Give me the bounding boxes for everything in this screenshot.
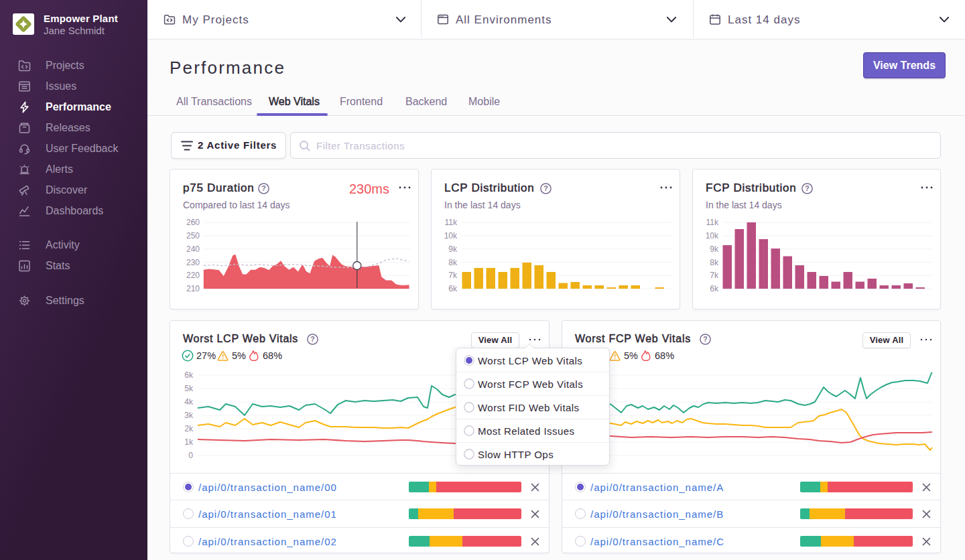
svg-text:7k: 7k xyxy=(710,271,719,280)
svg-text:2k: 2k xyxy=(184,424,194,433)
svg-text:10k: 10k xyxy=(706,231,719,240)
svg-text:10k: 10k xyxy=(444,231,458,240)
svg-text:8k: 8k xyxy=(448,258,458,267)
svg-text:0: 0 xyxy=(188,451,193,460)
svg-text:6k: 6k xyxy=(184,370,194,380)
svg-text:11k: 11k xyxy=(706,218,719,227)
svg-text:220: 220 xyxy=(186,271,200,280)
svg-text:6k: 6k xyxy=(710,284,719,293)
svg-text:11k: 11k xyxy=(445,218,458,227)
svg-text:6k: 6k xyxy=(448,284,458,293)
svg-text:8k: 8k xyxy=(710,258,719,267)
svg-text:9k: 9k xyxy=(448,244,458,254)
svg-text:4k: 4k xyxy=(184,397,194,407)
svg-text:210: 210 xyxy=(186,284,200,293)
svg-text:9k: 9k xyxy=(710,244,719,254)
svg-text:1k: 1k xyxy=(184,437,194,447)
svg-text:3k: 3k xyxy=(184,411,194,420)
svg-text:5k: 5k xyxy=(184,384,194,393)
svg-text:230: 230 xyxy=(186,258,200,267)
svg-text:260: 260 xyxy=(186,218,200,227)
svg-text:7k: 7k xyxy=(448,271,458,280)
svg-text:250: 250 xyxy=(186,231,200,240)
svg-text:240: 240 xyxy=(186,244,200,254)
